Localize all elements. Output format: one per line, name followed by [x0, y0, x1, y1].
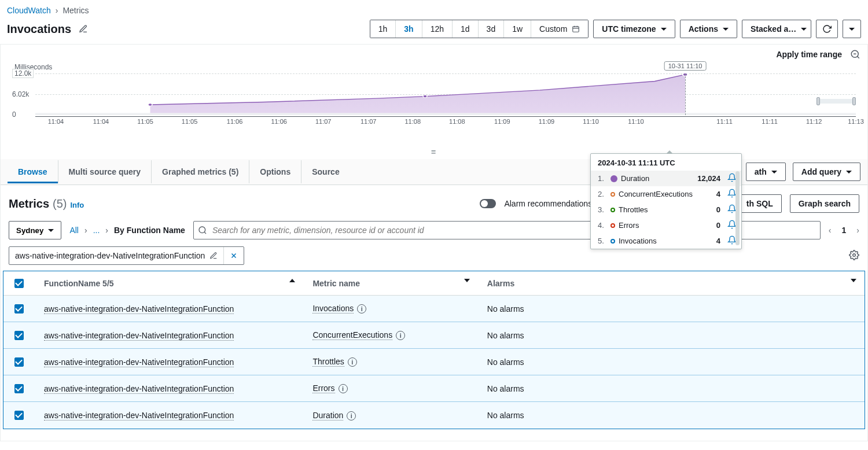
tooltip-value: 0	[716, 205, 720, 214]
pencil-icon[interactable]	[209, 252, 218, 260]
breadcrumb-current: Metrics	[62, 6, 89, 15]
metrics-count: (5)	[53, 197, 67, 211]
row-checkbox[interactable]	[14, 331, 24, 340]
tooltip-series-name: ConcurrentExecutions	[619, 190, 713, 198]
info-icon[interactable]: i	[357, 304, 366, 313]
table-row[interactable]: aws-native-integration-dev-NativeIntegra…	[3, 322, 865, 349]
tooltip-row: 4. Errors 0	[591, 217, 741, 233]
function-name-link[interactable]: aws-native-integration-dev-NativeIntegra…	[44, 384, 234, 394]
time-range-1d[interactable]: 1d	[452, 20, 478, 38]
col-functionname[interactable]: FunctionName 5/5	[44, 279, 114, 288]
tooltip-scrollbar[interactable]	[735, 171, 740, 245]
metric-name-link[interactable]: Errors	[312, 383, 334, 393]
info-icon[interactable]: i	[348, 357, 357, 367]
time-range-12h[interactable]: 12h	[422, 20, 452, 38]
caret-down-icon	[849, 28, 855, 31]
tab-source[interactable]: Source	[301, 160, 350, 183]
calendar-icon	[572, 25, 580, 33]
sort-desc-icon[interactable]	[851, 279, 856, 282]
custom-label: Custom	[539, 24, 567, 34]
tooltip-value: 0	[716, 221, 720, 230]
sort-asc-icon[interactable]	[289, 279, 295, 282]
function-name-link[interactable]: aws-native-integration-dev-NativeIntegra…	[44, 357, 234, 367]
metrics-breadcrumb: All › ... › By Function Name	[69, 226, 185, 235]
crumb-all[interactable]: All	[69, 226, 79, 235]
graph-search-button[interactable]: Graph search	[790, 194, 859, 213]
add-query-button[interactable]: Add query	[793, 163, 860, 181]
filter-chip: aws-native-integration-dev-NativeIntegra…	[9, 246, 244, 265]
time-range-group: 1h 3h 12h 1d 3d 1w Custom	[370, 20, 589, 38]
time-range-3h[interactable]: 3h	[395, 20, 421, 38]
zoom-slider[interactable]	[816, 99, 856, 104]
tab-browse[interactable]: Browse	[8, 160, 58, 183]
prev-page-button[interactable]: ‹	[829, 226, 832, 235]
table-row[interactable]: aws-native-integration-dev-NativeIntegra…	[3, 349, 865, 375]
table-row[interactable]: aws-native-integration-dev-NativeIntegra…	[3, 296, 865, 322]
timezone-select[interactable]: UTC timezone	[593, 20, 675, 38]
row-checkbox[interactable]	[14, 384, 24, 393]
zoom-handle-left[interactable]	[816, 97, 820, 105]
tooltip-idx: 1.	[598, 174, 607, 183]
edit-title-button[interactable]	[77, 23, 90, 35]
info-link[interactable]: Info	[70, 201, 84, 209]
tooltip-idx: 5.	[598, 237, 607, 245]
xtick: 11:07	[361, 118, 377, 125]
apply-time-range-button[interactable]: Apply time range	[776, 50, 842, 59]
metric-name-link[interactable]: Throttles	[312, 357, 344, 367]
info-icon[interactable]: i	[339, 384, 348, 393]
time-range-3d[interactable]: 3d	[478, 20, 504, 38]
settings-button[interactable]	[849, 250, 859, 262]
series-color-dot	[610, 208, 615, 212]
metrics-table: FunctionName 5/5 Metric name Alarms aws-…	[3, 271, 865, 429]
metric-name-link[interactable]: ConcurrentExecutions	[312, 330, 392, 340]
region-select[interactable]: Sydney	[9, 221, 61, 239]
info-icon[interactable]: i	[347, 411, 356, 421]
tab-multi-source[interactable]: Multi source query	[58, 160, 151, 183]
xtick: 11:09	[494, 118, 510, 125]
alarm-rec-toggle[interactable]	[480, 199, 496, 208]
function-name-link[interactable]: aws-native-integration-dev-NativeIntegra…	[44, 331, 234, 341]
add-math-button[interactable]: ath	[746, 163, 786, 181]
function-name-link[interactable]: aws-native-integration-dev-NativeIntegra…	[44, 411, 234, 421]
chip-remove-button[interactable]	[224, 247, 244, 264]
alarm-text: No alarms	[487, 357, 524, 367]
actions-button[interactable]: Actions	[680, 20, 737, 38]
svg-point-2	[148, 104, 152, 106]
sort-desc-icon[interactable]	[464, 279, 470, 282]
chart-type-select[interactable]: Stacked a…	[742, 20, 811, 38]
xtick: 11:09	[539, 118, 555, 125]
table-row[interactable]: aws-native-integration-dev-NativeIntegra…	[3, 402, 865, 429]
tooltip-idx: 3.	[598, 205, 607, 214]
refresh-button[interactable]	[816, 20, 838, 38]
select-all-checkbox[interactable]	[14, 279, 24, 288]
query-sql-button[interactable]: th SQL	[738, 194, 782, 213]
time-range-custom[interactable]: Custom	[531, 20, 588, 38]
crumb-dots[interactable]: ...	[93, 226, 100, 235]
tooltip-value: 12,024	[697, 174, 720, 183]
caret-down-icon	[846, 171, 852, 174]
next-page-button[interactable]: ›	[856, 226, 859, 235]
metric-name-link[interactable]: Invocations	[312, 304, 354, 313]
zoom-handle-right[interactable]	[852, 97, 856, 105]
crumb-byfn: By Function Name	[114, 226, 185, 235]
function-name-link[interactable]: aws-native-integration-dev-NativeIntegra…	[44, 304, 234, 314]
row-checkbox[interactable]	[14, 411, 24, 420]
tab-graphed-metrics[interactable]: Graphed metrics (5)	[151, 160, 249, 183]
time-range-1w[interactable]: 1w	[503, 20, 531, 38]
row-checkbox[interactable]	[14, 357, 24, 367]
tab-options[interactable]: Options	[249, 160, 301, 183]
zoom-out-icon[interactable]	[850, 49, 860, 60]
col-metricname[interactable]: Metric name	[312, 279, 360, 288]
breadcrumb-root[interactable]: CloudWatch	[7, 6, 51, 15]
metric-name-link[interactable]: Duration	[312, 411, 343, 421]
time-range-1h[interactable]: 1h	[370, 20, 396, 38]
xtick: 11:06	[271, 118, 287, 125]
info-icon[interactable]: i	[396, 331, 405, 340]
xtick: 11:11	[716, 118, 733, 125]
chart-plot[interactable]: 12.0k 6.02k 0 10-31 11:10	[12, 73, 856, 126]
refresh-menu-button[interactable]	[843, 20, 861, 38]
col-alarms[interactable]: Alarms	[487, 279, 514, 288]
table-row[interactable]: aws-native-integration-dev-NativeIntegra…	[3, 375, 865, 402]
row-checkbox[interactable]	[14, 304, 24, 313]
xtick: 11:10	[628, 118, 644, 125]
